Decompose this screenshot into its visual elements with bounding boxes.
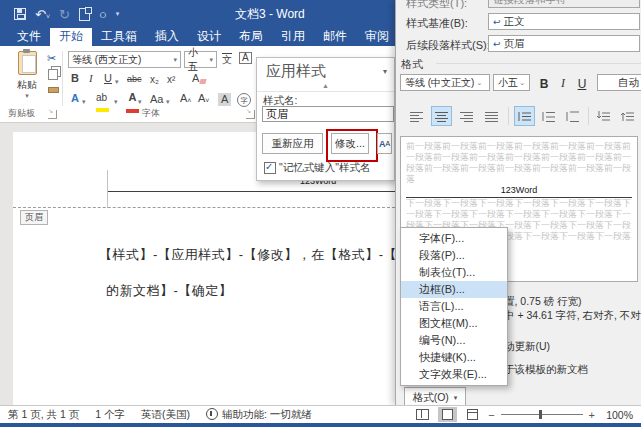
enclose-characters-icon[interactable]: 字 <box>237 93 251 107</box>
font-name-combobox[interactable]: 等线 (西文正文)▾ <box>68 51 181 68</box>
pane-menu-caret-icon[interactable]: ▾ <box>383 67 387 76</box>
clipboard-dialog-launcher-icon[interactable] <box>48 110 57 119</box>
apply-styles-title: 应用样式 <box>266 62 326 81</box>
pane-collapse-icon[interactable]: ▲ <box>257 82 394 92</box>
zoom-in-button[interactable]: + <box>589 409 595 421</box>
language-indicator[interactable]: 英语(美国) <box>141 408 190 422</box>
underline-button[interactable]: U <box>104 73 112 84</box>
align-right-button[interactable] <box>456 106 477 126</box>
shrink-font-icon[interactable]: A˅ <box>198 93 209 104</box>
tab-home[interactable]: 开始 <box>50 28 92 46</box>
decrease-paragraph-spacing-button[interactable] <box>617 106 638 126</box>
window-title: 文档3 - Word <box>235 0 305 28</box>
phonetic-guide-icon[interactable]: 文 <box>222 53 232 65</box>
qat-customize-icon[interactable]: ▾ <box>116 10 120 18</box>
based-on-dropdown[interactable]: ↩ 正文 <box>488 13 640 30</box>
align-center-icon <box>435 111 448 122</box>
menu-item-paragraph[interactable]: 段落(P)... <box>401 247 507 264</box>
paragraph-mark-icon: ↩ <box>493 39 501 49</box>
accessibility-status[interactable]: 辅助功能: 一切就绪 <box>206 408 312 422</box>
tab-review[interactable]: 审阅 <box>356 28 398 46</box>
strikethrough-button[interactable]: abc <box>127 75 142 84</box>
read-mode-button[interactable] <box>413 407 432 422</box>
font-size-combobox[interactable]: 小五▾ <box>184 51 217 68</box>
word-count[interactable]: 1 个字 <box>95 408 125 422</box>
zoom-level[interactable]: 100% <box>601 409 633 421</box>
align-center-button[interactable] <box>431 106 452 126</box>
header-cursor-line <box>107 170 108 208</box>
menu-item-border[interactable]: 边框(B)... <box>401 281 507 298</box>
dialog-bold-button[interactable]: B <box>535 74 553 93</box>
menu-item-numbering[interactable]: 编号(N)... <box>401 332 507 349</box>
new-documents-radio-label[interactable]: 于该模板的新文档 <box>504 363 588 377</box>
following-style-dropdown[interactable]: ↩ 页眉 <box>488 35 640 52</box>
character-border-icon[interactable]: A <box>239 52 252 64</box>
align-justify-button[interactable] <box>481 106 502 126</box>
clear-formatting-icon[interactable]: A <box>192 73 206 84</box>
dialog-font-value: 等线 (中文正文) <box>405 76 474 90</box>
addin-icon[interactable] <box>79 8 90 21</box>
zoom-slider-handle[interactable] <box>539 410 542 419</box>
format-menu-button[interactable]: 格式(O) ▾ <box>404 387 466 405</box>
one-half-spacing-icon <box>542 111 555 122</box>
menu-item-shortcut-key[interactable]: 快捷键(K)... <box>401 349 507 366</box>
redo-icon[interactable]: ↻ <box>59 8 70 21</box>
chevron-down-icon: ▾ <box>173 56 177 64</box>
copy-icon[interactable] <box>48 69 58 80</box>
format-painter-icon[interactable] <box>48 87 59 93</box>
dialog-underline-button[interactable]: U <box>573 74 591 93</box>
tab-insert[interactable]: 插入 <box>146 28 188 46</box>
paste-button[interactable]: 粘贴 ▾ <box>10 51 44 100</box>
tab-file[interactable]: 文件 <box>8 28 50 46</box>
zoom-slider[interactable] <box>501 414 583 415</box>
circle-icon[interactable]: ○ <box>99 8 107 21</box>
font-dialog-launcher-icon[interactable] <box>246 110 255 119</box>
increase-paragraph-spacing-button[interactable] <box>593 106 614 126</box>
preview-sample-text: 123Word <box>406 185 632 198</box>
align-left-button[interactable] <box>406 106 427 126</box>
menu-item-language[interactable]: 语言(L)... <box>401 298 507 315</box>
tab-design[interactable]: 设计 <box>188 28 230 46</box>
character-shading-icon[interactable]: A <box>218 93 231 106</box>
print-layout-button[interactable] <box>438 407 457 422</box>
menu-item-frame[interactable]: 图文框(M)... <box>401 315 507 332</box>
save-icon[interactable] <box>14 8 26 20</box>
menu-item-tabs[interactable]: 制表位(T)... <box>401 264 507 281</box>
tab-mailings[interactable]: 邮件 <box>314 28 356 46</box>
dialog-font-combobox[interactable]: 等线 (中文正文) ⌄ <box>400 74 490 91</box>
dialog-font-color-dropdown[interactable]: 自动 <box>597 74 641 91</box>
divider <box>588 107 589 125</box>
superscript-button[interactable]: x² <box>167 75 175 85</box>
reapply-button[interactable]: 重新应用 <box>262 133 323 154</box>
italic-button[interactable]: I <box>89 73 93 84</box>
dialog-italic-button[interactable]: I <box>554 74 572 93</box>
change-case-icon[interactable]: Aa <box>150 94 163 105</box>
menu-item-text-effects[interactable]: 文字效果(E)... <box>401 366 507 383</box>
menu-item-font[interactable]: 字体(F)... <box>401 230 507 247</box>
text-effects-icon[interactable]: A <box>71 93 79 104</box>
underline-caret-icon[interactable]: ▾ <box>115 78 119 85</box>
zoom-out-button[interactable]: − <box>488 409 494 421</box>
grow-font-icon[interactable]: A˄ <box>180 93 191 104</box>
apply-styles-pane: 应用样式 ▾ ▲ 样式名: 页眉 重新应用 修改... AA "记忆式键入"样式… <box>256 57 395 181</box>
tab-layout[interactable]: 布局 <box>230 28 272 46</box>
web-layout-button[interactable] <box>463 407 482 422</box>
bold-button[interactable]: B <box>71 73 79 84</box>
one-half-spacing-button[interactable] <box>538 106 559 126</box>
tab-references[interactable]: 引用 <box>272 28 314 46</box>
dialog-size-combobox[interactable]: 小五 ⌄ <box>493 74 530 91</box>
undo-icon[interactable]: ↶˅ <box>35 8 50 21</box>
text-highlight-icon[interactable]: ab <box>96 92 109 114</box>
font-name-value: 等线 (西文正文) <box>72 53 141 67</box>
style-name-input[interactable]: 页眉 <box>262 106 394 122</box>
subscript-button[interactable]: x₂ <box>150 75 159 85</box>
page-indicator[interactable]: 第 1 页, 共 1 页 <box>8 408 79 422</box>
paste-icon <box>18 51 37 75</box>
autocomplete-checkbox[interactable] <box>264 162 276 174</box>
double-spacing-button[interactable] <box>562 106 583 126</box>
auto-update-checkbox-label[interactable]: 动更新(U) <box>504 340 550 354</box>
cut-icon[interactable]: ✂ <box>47 52 56 65</box>
tab-toolbox[interactable]: 工具箱 <box>92 28 146 46</box>
styles-pane-icon[interactable]: AA <box>377 133 392 154</box>
single-spacing-button[interactable] <box>514 106 535 126</box>
